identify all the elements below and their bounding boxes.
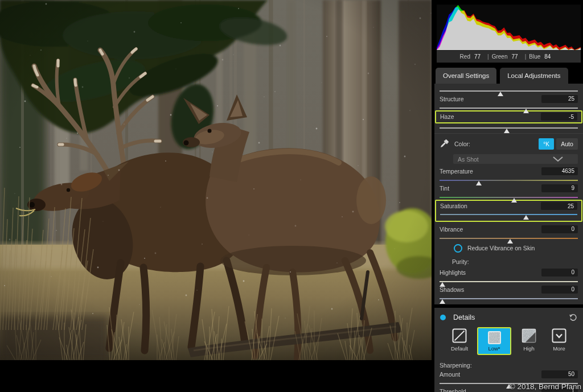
white-balance-dropdown[interactable]: As Shot: [453, 154, 578, 164]
vibrance-slider[interactable]: [440, 238, 578, 239]
temperature-thumb[interactable]: [476, 181, 482, 185]
auto-button[interactable]: Auto: [556, 138, 578, 150]
eyedropper-icon[interactable]: [440, 139, 449, 148]
preset-high[interactable]: High: [516, 328, 541, 352]
temperature-value[interactable]: 4635: [541, 167, 578, 175]
structure-value[interactable]: 25: [541, 95, 578, 103]
reduce-vibrance-label: Reduce Vibrance on Skin: [467, 245, 535, 251]
details-enabled-dot[interactable]: [440, 315, 446, 320]
temperature-row: Temperature 4635: [434, 164, 583, 181]
deer-photo: [0, 0, 432, 360]
tint-label: Tint: [440, 185, 449, 192]
green-label: Green: [492, 53, 508, 60]
temperature-label: Temperature: [440, 168, 473, 175]
highlights-thumb[interactable]: [440, 282, 445, 287]
structure-row: Structure 25: [434, 92, 583, 109]
highlights-slider[interactable]: [440, 281, 578, 282]
tint-value[interactable]: 9: [541, 184, 578, 192]
details-panel: Details Default Low*: [434, 308, 583, 392]
saturation-value[interactable]: 25: [541, 202, 577, 210]
haze-highlight-box: Haze -5: [435, 110, 582, 123]
tint-slider[interactable]: [440, 197, 578, 198]
tab-overall-settings[interactable]: Overall Settings: [436, 68, 496, 84]
chevron-down-icon: [553, 156, 563, 162]
saturation-slider[interactable]: [440, 214, 577, 215]
amount-row: Amount 50: [434, 369, 583, 384]
adjustments-panel: Structure 25 Haze -5 Col: [434, 84, 583, 304]
red-label: Red: [460, 53, 470, 60]
sharpening-label: Sharpening:: [434, 358, 583, 369]
structure-slider[interactable]: [440, 108, 578, 109]
haze-value[interactable]: -5: [541, 113, 577, 121]
reset-icon[interactable]: [569, 313, 577, 322]
sharpen-presets: Default Low* High: [434, 325, 583, 358]
partial-slider-track[interactable]: [440, 90, 578, 92]
threshold-label: Threshold: [440, 388, 466, 392]
shadows-row: Shadows 0: [434, 282, 583, 304]
haze-thumb[interactable]: [504, 129, 510, 133]
vibrance-thumb[interactable]: [507, 239, 513, 244]
structure-thumb[interactable]: [523, 109, 529, 113]
white-balance-row: Color: °K Auto: [434, 134, 583, 151]
shadows-label: Shadows: [440, 286, 464, 293]
haze-slider[interactable]: [440, 127, 578, 129]
histogram-plot: [437, 5, 581, 50]
saturation-thumb[interactable]: [523, 215, 529, 220]
copyright-text: © 2018, Bernd Pfann: [510, 382, 581, 391]
reduce-vibrance-checkbox[interactable]: [454, 244, 462, 253]
shadows-value[interactable]: 0: [541, 286, 578, 294]
amount-value[interactable]: 50: [541, 370, 578, 378]
settings-tabs: Overall Settings Local Adjustments: [434, 68, 583, 84]
vibrance-value[interactable]: 0: [541, 225, 578, 233]
vibrance-row: Vibrance 0: [434, 222, 583, 239]
low-preset-icon: [488, 331, 501, 344]
photo-viewport[interactable]: [0, 0, 432, 360]
amount-label: Amount: [440, 371, 460, 378]
shadows-slider[interactable]: [440, 298, 578, 299]
shadows-thumb[interactable]: [440, 299, 445, 304]
tab-local-adjustments[interactable]: Local Adjustments: [500, 68, 568, 84]
default-preset-icon: [452, 328, 467, 343]
structure-label: Structure: [440, 96, 464, 102]
preset-low-selected[interactable]: Low*: [477, 327, 511, 355]
color-label: Color:: [454, 141, 539, 147]
highlights-row: Highlights 0: [434, 265, 583, 282]
highlights-value[interactable]: 0: [541, 269, 578, 277]
highlights-label: Highlights: [440, 269, 466, 276]
white-balance-selected: As Shot: [458, 156, 479, 163]
histogram: [437, 5, 581, 50]
vibrance-label: Vibrance: [440, 226, 463, 233]
purity-label: Purity:: [434, 253, 583, 265]
partial-slider-thumb[interactable]: [498, 92, 503, 96]
details-title: Details: [453, 313, 569, 321]
blue-label: Blue: [529, 53, 540, 60]
haze-label: Haze: [440, 113, 454, 120]
saturation-label: Saturation: [440, 203, 467, 209]
rgb-readout: Red 77 | Green 77 | Blue 84: [437, 50, 581, 63]
tint-row: Tint 9: [434, 181, 583, 198]
high-preset-icon: [522, 328, 536, 343]
preset-more[interactable]: More: [547, 328, 572, 352]
preset-default[interactable]: Default: [447, 328, 472, 352]
blue-value: 84: [544, 53, 551, 60]
temperature-slider[interactable]: [440, 180, 578, 181]
red-value: 77: [474, 53, 481, 60]
tint-thumb[interactable]: [511, 198, 517, 203]
right-panel: Red 77 | Green 77 | Blue 84 Overall Sett…: [434, 0, 583, 392]
kelvin-button[interactable]: °K: [539, 138, 554, 150]
saturation-highlight-box: Saturation 25: [435, 200, 582, 222]
green-value: 77: [512, 53, 518, 60]
more-preset-icon: [552, 328, 566, 343]
